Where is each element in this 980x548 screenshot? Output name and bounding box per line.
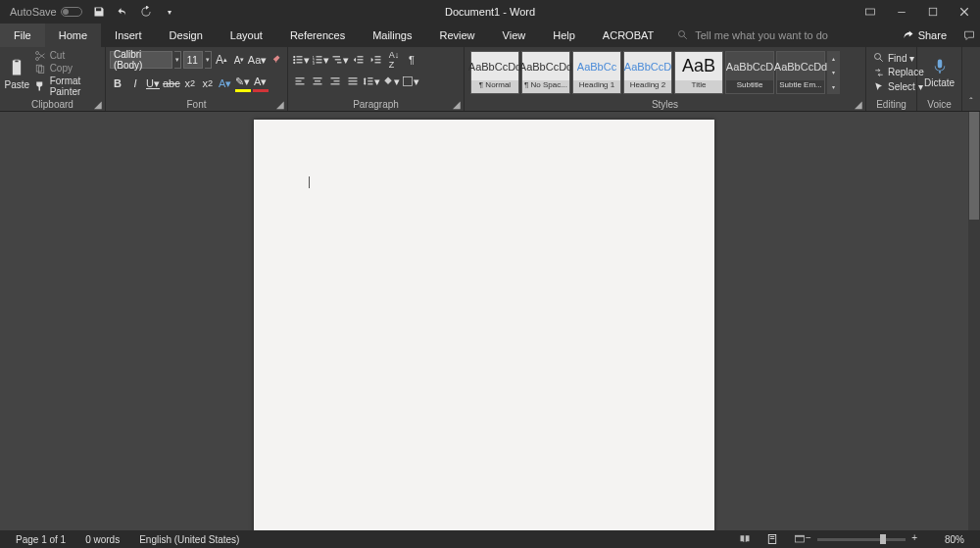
status-language[interactable]: English (United States) (129, 534, 249, 545)
share-button[interactable]: Share (891, 24, 958, 47)
zoom-thumb[interactable] (880, 534, 886, 544)
svg-point-45 (875, 54, 881, 60)
tab-review[interactable]: Review (426, 24, 489, 47)
style-subtle-em-[interactable]: AaBbCcDdSubtle Em... (776, 51, 825, 94)
tell-me-search[interactable]: Tell me what you want to do (667, 24, 890, 47)
tab-references[interactable]: References (276, 24, 359, 47)
style-name: ¶ Normal (471, 80, 518, 93)
read-mode-button[interactable] (735, 532, 755, 546)
tab-view[interactable]: View (489, 24, 540, 47)
tab-help[interactable]: Help (539, 24, 589, 47)
style--no-spac-[interactable]: AaBbCcDd¶ No Spac... (521, 51, 570, 94)
tab-design[interactable]: Design (156, 24, 217, 47)
save-icon[interactable] (88, 0, 110, 24)
decrease-indent-button[interactable] (351, 51, 367, 69)
vertical-scrollbar[interactable] (968, 112, 980, 530)
font-size-dropdown[interactable] (205, 51, 212, 69)
svg-point-4 (35, 57, 38, 60)
style-title[interactable]: AaBTitle (674, 51, 723, 94)
strike-button[interactable]: abc (163, 75, 180, 92)
svg-rect-37 (331, 83, 340, 84)
font-dialog-launcher[interactable]: ◢ (275, 99, 285, 109)
font-size-combo[interactable]: 11 (183, 51, 203, 69)
tab-layout[interactable]: Layout (217, 24, 276, 47)
maximize-icon[interactable] (917, 0, 949, 24)
style--normal[interactable]: AaBbCcDd¶ Normal (470, 51, 519, 94)
change-case-button[interactable]: Aa▾ (249, 51, 266, 69)
format-painter-button[interactable]: Format Painter (34, 75, 101, 97)
copy-button[interactable]: Copy (34, 63, 101, 75)
align-center-button[interactable] (310, 73, 325, 90)
paste-button[interactable]: Paste (4, 49, 30, 98)
show-marks-button[interactable]: ¶ (404, 51, 419, 69)
svg-rect-32 (314, 77, 322, 78)
sort-button[interactable]: A↓Z (386, 51, 402, 69)
italic-button[interactable]: I (127, 75, 143, 92)
borders-button[interactable]: ▾ (402, 73, 419, 90)
status-page[interactable]: Page 1 of 1 (6, 534, 75, 545)
cut-button[interactable]: Cut (34, 50, 101, 62)
clipboard-dialog-launcher[interactable]: ◢ (93, 99, 103, 109)
increase-indent-button[interactable] (368, 51, 384, 69)
clear-format-button[interactable] (268, 51, 283, 69)
line-spacing-button[interactable]: ▾ (363, 73, 380, 90)
search-icon (677, 29, 689, 41)
zoom-slider[interactable] (817, 538, 906, 541)
font-name-dropdown[interactable] (174, 51, 181, 69)
shrink-font-button[interactable]: A▾ (231, 51, 247, 69)
font-name-combo[interactable]: Calibri (Body) (110, 51, 172, 69)
paragraph-dialog-launcher[interactable]: ◢ (452, 99, 462, 109)
tab-file[interactable]: File (0, 24, 45, 47)
select-button[interactable]: Select▾ (873, 81, 909, 93)
superscript-button[interactable]: x2 (200, 75, 216, 92)
highlight-button[interactable]: ✎▾ (235, 75, 251, 92)
tab-home[interactable]: Home (45, 24, 101, 47)
align-right-button[interactable] (327, 73, 343, 90)
subscript-button[interactable]: x2 (182, 75, 198, 92)
grow-font-button[interactable]: A▴ (214, 51, 229, 69)
svg-point-8 (293, 56, 295, 58)
bullets-button[interactable]: ▾ (292, 51, 310, 69)
style-name: Heading 2 (624, 80, 671, 93)
document-area[interactable] (0, 112, 968, 530)
numbering-button[interactable]: 123▾ (312, 51, 329, 69)
collapse-ribbon-button[interactable]: ˆ (962, 47, 980, 111)
close-icon[interactable] (949, 0, 980, 24)
qat-more-icon[interactable]: ▾ (159, 0, 180, 24)
print-layout-button[interactable] (762, 532, 782, 546)
font-color-button[interactable]: A▾ (253, 75, 269, 92)
shading-button[interactable]: ▾ (382, 73, 400, 90)
minimize-icon[interactable] (886, 0, 917, 24)
redo-icon[interactable] (135, 0, 157, 24)
style-subtitle[interactable]: AaBbCcDSubtitle (725, 51, 774, 94)
justify-button[interactable] (345, 73, 361, 90)
underline-button[interactable]: U▾ (145, 75, 161, 92)
ribbon-options-icon[interactable] (855, 0, 886, 24)
tab-mailings[interactable]: Mailings (359, 24, 425, 47)
replace-button[interactable]: Replace (873, 67, 909, 78)
autosave-toggle[interactable]: AutoSave (6, 6, 86, 18)
tab-insert[interactable]: Insert (101, 24, 156, 47)
autosave-off-icon (61, 7, 82, 17)
undo-icon[interactable] (112, 0, 133, 24)
find-button[interactable]: Find▾ (873, 52, 909, 64)
dictate-button[interactable]: Dictate (921, 49, 957, 96)
window-title: Document1 - Word (445, 6, 535, 18)
align-left-button[interactable] (292, 73, 308, 90)
svg-rect-29 (296, 77, 305, 78)
zoom-level[interactable]: 80% (935, 534, 974, 545)
scroll-thumb[interactable] (969, 112, 979, 220)
multilevel-button[interactable]: ▾ (331, 51, 349, 69)
styles-more-button[interactable]: ▴▾▾ (827, 51, 840, 94)
text-effects-button[interactable]: A▾ (218, 75, 233, 92)
tab-acrobat[interactable]: ACROBAT (589, 24, 667, 47)
status-words[interactable]: 0 words (75, 534, 129, 545)
style-heading-1[interactable]: AaBbCcHeading 1 (572, 51, 621, 94)
styles-dialog-launcher[interactable]: ◢ (854, 99, 863, 109)
svg-text:3: 3 (313, 62, 315, 66)
style-heading-2[interactable]: AaBbCcDHeading 2 (623, 51, 672, 94)
comments-icon[interactable] (958, 24, 980, 47)
bold-button[interactable]: B (110, 75, 125, 92)
page-1[interactable] (254, 120, 714, 530)
svg-rect-43 (368, 83, 372, 84)
